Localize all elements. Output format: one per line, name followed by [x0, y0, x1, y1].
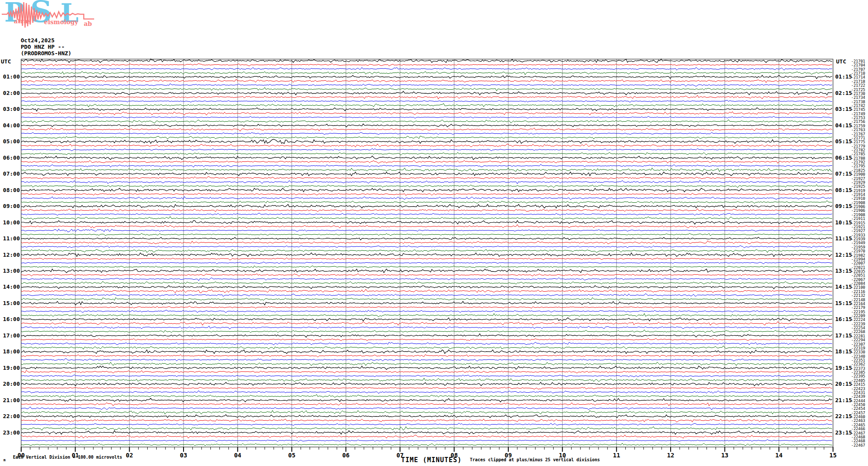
right-hour-label: 20:15	[835, 381, 852, 387]
right-hour-label: 13:15	[835, 268, 852, 274]
trace-row	[21, 84, 832, 86]
trace-row	[21, 224, 832, 228]
trace-row	[21, 176, 832, 179]
trace-row	[21, 108, 832, 111]
trace-row	[21, 193, 832, 196]
trace-row	[21, 394, 832, 397]
left-hour-label: 21:00	[3, 397, 20, 403]
trace-row	[21, 124, 832, 127]
trace-row	[21, 100, 832, 102]
trace-row	[21, 249, 832, 252]
trace-row	[21, 88, 832, 91]
trace-row	[21, 306, 832, 308]
trace-row	[21, 220, 832, 224]
left-hour-label: 15:00	[3, 300, 20, 306]
left-hour-label: 14:00	[3, 283, 20, 290]
left-hour-label: 04:00	[3, 122, 20, 129]
left-hour-label: 22:00	[3, 413, 20, 419]
trace-row	[21, 152, 832, 155]
trace-row	[21, 326, 832, 329]
left-hour-label: 19:00	[3, 365, 20, 371]
trace-row	[21, 281, 832, 284]
trace-row	[21, 161, 832, 164]
right-hour-label: 21:15	[835, 397, 852, 403]
trace-row	[21, 168, 832, 172]
trace-row	[21, 407, 832, 410]
left-hour-label: 12:00	[3, 252, 20, 258]
trace-row	[21, 375, 832, 377]
trace-row	[21, 293, 832, 296]
trace-row	[21, 258, 832, 260]
left-hour-label: 05:00	[3, 138, 20, 145]
x-tick-label: 05	[288, 452, 295, 459]
right-hour-label: 22:15	[835, 413, 852, 419]
logo-seismic-wave-icon	[2, 1, 94, 29]
trace-row	[21, 298, 832, 301]
trace-row	[21, 410, 832, 414]
left-hour-label: 17:00	[3, 332, 20, 339]
trace-row	[21, 91, 832, 95]
x-axis-title: TIME (MINUTES)	[384, 456, 479, 464]
trace-row	[21, 233, 832, 236]
left-hour-label: 01:00	[3, 73, 20, 80]
trace-row	[21, 277, 832, 280]
trace-row	[21, 197, 832, 200]
trace-row	[21, 112, 832, 115]
left-hour-label: 07:00	[3, 170, 20, 177]
trace-row	[21, 419, 832, 422]
trace-row	[21, 63, 832, 66]
trace-row	[21, 253, 832, 257]
psl-logo: P S L atras eismology ab	[2, 1, 94, 29]
right-hour-label: 08:15	[835, 187, 852, 193]
trace-row	[21, 440, 832, 442]
trace-row	[21, 266, 832, 268]
trace-row	[21, 229, 832, 232]
right-hour-label: 01:15	[835, 73, 852, 80]
right-hour-label: 09:15	[835, 203, 852, 209]
trace-row	[21, 148, 832, 151]
trace-row	[21, 286, 832, 289]
trace-row	[21, 398, 832, 402]
x-tick-label: 11	[613, 452, 620, 459]
left-hour-label: 09:00	[3, 203, 20, 209]
trace-row	[21, 217, 832, 220]
trace-row	[21, 350, 832, 354]
trace-row	[21, 289, 832, 293]
right-hour-label: 07:15	[835, 170, 852, 177]
right-hour-label: 23:15	[835, 429, 852, 436]
left-hour-label: 13:00	[3, 268, 20, 274]
right-hour-label: 02:15	[835, 90, 852, 96]
trace-row	[21, 382, 832, 386]
trace-row	[21, 75, 832, 79]
helicorder-chart: 00010203040506070809101112131415UTCUTC01…	[0, 0, 868, 466]
trace-row	[21, 116, 832, 118]
left-hour-label: 18:00	[3, 348, 20, 355]
trace-row	[21, 346, 832, 349]
x-tick-label: 13	[721, 452, 729, 459]
trace-row	[21, 427, 832, 431]
trace-row	[21, 144, 832, 147]
trace-row	[21, 314, 832, 317]
right-hour-label: 17:15	[835, 332, 852, 339]
corner-mark: m	[3, 458, 6, 462]
right-hour-label: 06:15	[835, 154, 852, 161]
trace-row	[21, 128, 832, 131]
trace-row	[21, 431, 832, 435]
trace-row	[21, 201, 832, 204]
trace-row	[21, 205, 832, 208]
trace-row	[21, 172, 832, 176]
trace-row	[21, 330, 832, 333]
trace-row	[21, 262, 832, 264]
right-hour-label: 15:15	[835, 300, 852, 306]
trace-row	[21, 358, 832, 361]
trace-row	[21, 209, 832, 212]
trace-row	[21, 342, 832, 345]
left-hour-label: 20:00	[3, 381, 20, 387]
right-hour-label: 16:15	[835, 316, 852, 322]
trace-row	[21, 241, 832, 244]
scale-note-label: Each Vertical Division = 100.00 microvol…	[13, 455, 122, 460]
utc-left-title: UTC	[1, 58, 11, 65]
right-hour-label: 04:15	[835, 122, 852, 129]
trace-row	[21, 338, 832, 341]
trace-row	[21, 334, 832, 337]
